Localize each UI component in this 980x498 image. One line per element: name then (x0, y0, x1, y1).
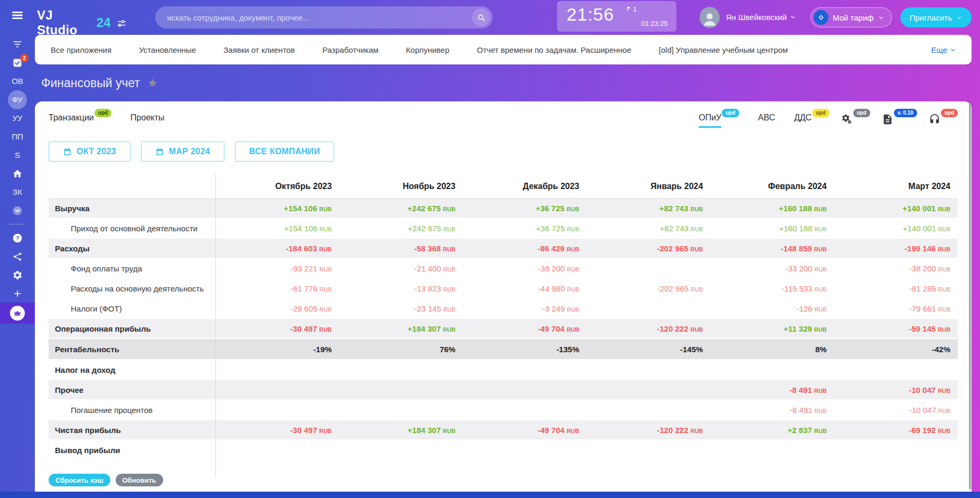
upd-badge: upd (812, 109, 829, 117)
plus-icon[interactable] (0, 284, 35, 303)
gears-icon-button[interactable]: upd (841, 113, 870, 127)
tab-опиу[interactable]: ОПиУupd (699, 113, 739, 128)
tasks-icon[interactable]: 2 (0, 53, 35, 72)
table-cell: +242 675RUB (339, 204, 463, 213)
sidebar-item-фу[interactable]: ФУ (0, 90, 35, 109)
table-cell: -69 192RUB (834, 426, 958, 435)
currency-unit: RUB (938, 206, 950, 212)
app-logo[interactable]: VJ Studio 24 (37, 8, 127, 37)
nav-more-button[interactable]: Еще (931, 45, 956, 54)
refresh-button[interactable]: Обновить (116, 474, 163, 486)
sidebar-item-уу[interactable]: УУ (0, 109, 35, 127)
tab-транзакции[interactable]: Транзакцииupd (49, 113, 111, 126)
headset-icon-button[interactable]: upd (929, 113, 958, 127)
nav-tab[interactable]: Заявки от клиентов (223, 45, 295, 54)
tab-ддс[interactable]: ДДСupd (794, 113, 830, 126)
nav-tab[interactable]: Установленные (139, 45, 196, 54)
search-input[interactable] (166, 13, 472, 23)
calendar-icon (155, 147, 164, 156)
column-header: Ноябрь 2023 (339, 182, 463, 191)
currency-unit: RUB (938, 428, 950, 434)
invite-button[interactable]: Пригласить (900, 7, 972, 27)
table-cell: -44 980RUB (463, 284, 587, 293)
notification-badge: 2 (20, 54, 29, 62)
currency-unit: RUB (938, 266, 950, 273)
clock-widget[interactable]: 21:56 1 01:23:25 (557, 1, 676, 32)
table-row[interactable]: Расходы-184 603RUB-58 368RUB-86 429RUB-2… (49, 239, 958, 258)
avatar[interactable] (700, 7, 720, 28)
topbar: VJ Studio 24 21:56 1 01:23:25 (35, 0, 980, 35)
cell-value: -38 200 (538, 264, 565, 273)
table-cell: +160 188RUB (710, 204, 834, 213)
cell-value: +140 001 (902, 204, 936, 213)
table-row[interactable]: Погашение процентов-8 491RUB-10 047RUB (49, 400, 958, 419)
table-row[interactable]: Прочее-8 491RUB-10 047RUB (49, 380, 958, 399)
nav-tab[interactable]: Разработчикам (322, 45, 378, 54)
search-icon[interactable] (472, 8, 490, 26)
sidebar-item-ов[interactable]: ОВ (0, 72, 35, 90)
currency-unit: RUB (567, 226, 579, 232)
table-row[interactable]: Операционная прибыль-30 497RUB+184 307RU… (49, 319, 958, 338)
scrollbar[interactable] (969, 104, 971, 490)
tabs-row: ТранзакцииupdПроекты ОПиУupdАВСДДСupdupd… (35, 101, 972, 128)
filter-button[interactable]: ВСЕ КОМПАНИИ (235, 142, 334, 162)
filter-button[interactable]: ОКТ 2023 (49, 142, 130, 162)
sliders-icon[interactable] (116, 17, 127, 29)
table-row[interactable]: Расходы на основную деятельность-61 776R… (49, 279, 958, 298)
reset-cache-button[interactable]: Сбросить кэш (49, 474, 110, 486)
currency-unit: RUB (814, 286, 826, 293)
table-row[interactable]: Приход от основной деятельности+154 106R… (49, 219, 958, 238)
table-cell: -58 368RUB (339, 244, 463, 253)
cell-value: -44 980 (538, 284, 565, 293)
table-cell: -8 491RUB (710, 406, 834, 415)
table-row[interactable]: Вывод прибыли (49, 440, 958, 459)
sidebar-item-зк[interactable]: ЗК (0, 183, 35, 201)
table-row[interactable]: Налоги (ФОТ)-29 605RUB-23 145RUB-3 249RU… (49, 299, 958, 318)
cell-value: -148 859 (781, 244, 812, 253)
nav-tab[interactable]: [old] Управление учебным центром (659, 45, 788, 54)
gear-icon[interactable] (0, 266, 35, 284)
menu-icon[interactable] (11, 8, 24, 22)
report-icon-button[interactable]: v. 0.10 (882, 113, 917, 127)
nav-tab[interactable]: Корпунивер (406, 45, 449, 54)
user-menu[interactable]: Ян Швейковский (726, 13, 796, 22)
cell-value: -21 400 (414, 264, 441, 273)
cell-value: -8 491 (790, 406, 813, 415)
upd-badge: upd (722, 109, 739, 117)
currency-unit: RUB (690, 246, 703, 252)
help-icon[interactable]: ? (0, 229, 35, 247)
currency-unit: RUB (691, 286, 703, 293)
table-row[interactable]: Выручка+154 106RUB+242 675RUB+36 725RUB+… (49, 199, 958, 218)
sidebar-item-s[interactable]: S (0, 146, 35, 164)
tab-авс[interactable]: АВС (758, 113, 775, 126)
table-row[interactable]: Чистая прибыль-30 497RUB+184 307RUB-49 7… (49, 420, 958, 439)
sidebar-item-пп[interactable]: ПП (0, 127, 35, 146)
cell-value: -126 (796, 304, 812, 313)
table-row[interactable]: Рентабельность-19%76%-135%-145%8%-42% (49, 339, 958, 359)
table-cell: -38 200RUB (463, 264, 587, 273)
chevron-down-circle-icon[interactable] (0, 201, 35, 220)
filter-icon[interactable] (0, 35, 35, 53)
table-row[interactable]: Фонд оплаты труда-93 221RUB-21 400RUB-38… (49, 259, 958, 278)
currency-unit: RUB (443, 306, 455, 313)
currency-unit: RUB (567, 306, 579, 313)
table-cell: +154 106RUB (215, 204, 339, 213)
home-icon[interactable] (0, 164, 35, 183)
nav-tab[interactable]: Отчет времени по задачам. Расширенное (477, 45, 632, 54)
currency-unit: RUB (319, 226, 332, 232)
table-header-row: Октябрь 2023Ноябрь 2023Декабрь 2023Январ… (49, 174, 958, 199)
share-icon[interactable] (0, 247, 35, 266)
nav-tab[interactable]: Все приложения (51, 45, 111, 54)
market-crown-icon[interactable] (0, 303, 35, 324)
currency-unit: RUB (319, 286, 332, 293)
table-row[interactable]: Налог на доход (49, 360, 958, 379)
tab-проекты[interactable]: Проекты (130, 113, 164, 126)
tariff-button[interactable]: Мой тариф (811, 7, 892, 27)
favorite-star-icon[interactable] (147, 78, 158, 88)
tab-label: АВС (758, 113, 775, 126)
table-cell: +140 001RUB (834, 204, 958, 213)
filter-button[interactable]: МАР 2024 (141, 142, 224, 162)
cell-value: +82 743 (659, 224, 689, 233)
row-label: Выручка (49, 204, 215, 213)
cell-value: -23 145 (414, 304, 441, 313)
